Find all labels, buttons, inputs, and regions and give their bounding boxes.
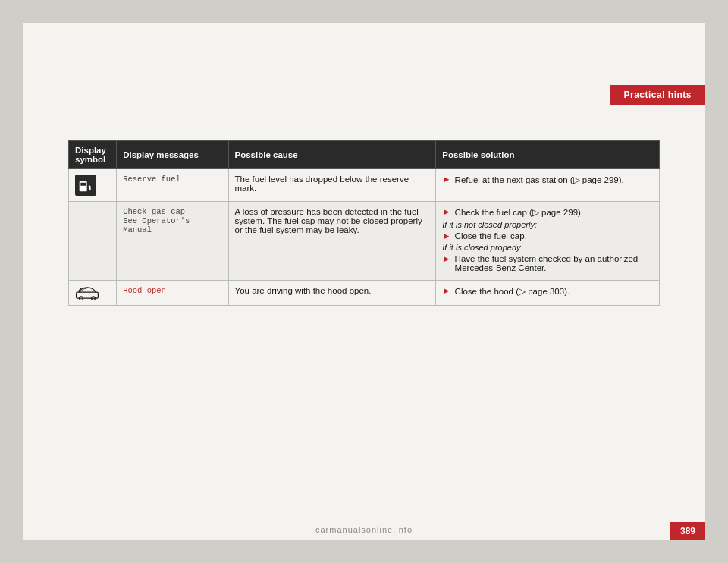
cause-cell-1: The fuel level has dropped below the res… xyxy=(228,169,436,202)
watermark-text: carmanualsonline.info xyxy=(315,525,413,534)
section-tab-label: Practical hints xyxy=(623,90,692,100)
symbol-cell-fuel xyxy=(69,169,117,202)
symbol-cell-hood xyxy=(69,281,117,306)
fuel-svg xyxy=(78,178,93,193)
table-row: Check gas capSee Operator's Manual A los… xyxy=(69,202,660,281)
solution-bullet-2a: ► Check the fuel cap (▷ page 299). xyxy=(442,207,653,218)
watermark: carmanualsonline.info xyxy=(23,525,705,534)
table-row: Reserve fuel The fuel level has dropped … xyxy=(69,169,660,202)
table-header-row: Display symbol Display messages Possible… xyxy=(69,141,660,169)
solution-text-2c: Have the fuel system checked by an autho… xyxy=(455,254,653,272)
table-container: Display symbol Display messages Possible… xyxy=(68,140,660,306)
display-messages-table: Display symbol Display messages Possible… xyxy=(68,140,660,306)
table-row: Hood open You are driving with the hood … xyxy=(69,281,660,306)
col-header-messages: Display messages xyxy=(117,141,228,169)
page-area: Practical hints Display symbol Display m… xyxy=(23,23,705,540)
message-cell-check-gas-cap: Check gas capSee Operator's Manual xyxy=(117,202,228,281)
solution-text-2b: Close the fuel cap. xyxy=(455,231,527,241)
solution-bullet-3: ► Close the hood (▷ page 303). xyxy=(442,286,653,297)
symbol-cell-empty xyxy=(69,202,117,281)
hood-svg xyxy=(75,286,99,300)
solution-text-3: Close the hood (▷ page 303). xyxy=(455,286,570,297)
cause-cell-2: A loss of pressure has been detected in … xyxy=(228,202,436,281)
col-header-solution: Possible solution xyxy=(436,141,660,169)
solution-cell-3: ► Close the hood (▷ page 303). xyxy=(436,281,660,306)
solution-text-2a: Check the fuel cap (▷ page 299). xyxy=(455,207,583,218)
solution-bullet-2b: ► Close the fuel cap. xyxy=(442,231,653,241)
solution-cell-1: ► Refuel at the next gas station (▷ page… xyxy=(436,169,660,202)
solution-bullet-1: ► Refuel at the next gas station (▷ page… xyxy=(442,175,653,185)
cause-cell-3: You are driving with the hood open. xyxy=(228,281,436,306)
col-header-cause: Possible cause xyxy=(228,141,436,169)
solution-bullet-2c: ► Have the fuel system checked by an aut… xyxy=(442,254,653,272)
svg-rect-2 xyxy=(88,187,89,190)
section-tab: Practical hints xyxy=(610,85,705,105)
message-cell-reserve-fuel: Reserve fuel xyxy=(117,169,228,202)
message-cell-hood-open: Hood open xyxy=(117,281,228,306)
bullet-arrow-icon: ► xyxy=(442,175,450,184)
col-header-symbol: Display symbol xyxy=(69,141,117,169)
solution-cell-2: ► Check the fuel cap (▷ page 299). If it… xyxy=(436,202,660,281)
hood-open-text: Hood open xyxy=(123,286,166,295)
fuel-icon xyxy=(75,175,96,196)
svg-rect-1 xyxy=(80,183,86,186)
solution-text-1: Refuel at the next gas station (▷ page 2… xyxy=(455,175,624,185)
hood-icon xyxy=(75,286,99,300)
bullet-arrow-icon-2b: ► xyxy=(442,231,450,241)
note-closed-properly: If it is closed properly: xyxy=(442,243,653,252)
note-not-closed: If it is not closed properly: xyxy=(442,220,653,229)
bullet-arrow-icon-2c: ► xyxy=(442,254,450,263)
bullet-arrow-icon-3: ► xyxy=(442,286,450,295)
bullet-arrow-icon-2a: ► xyxy=(442,207,450,216)
